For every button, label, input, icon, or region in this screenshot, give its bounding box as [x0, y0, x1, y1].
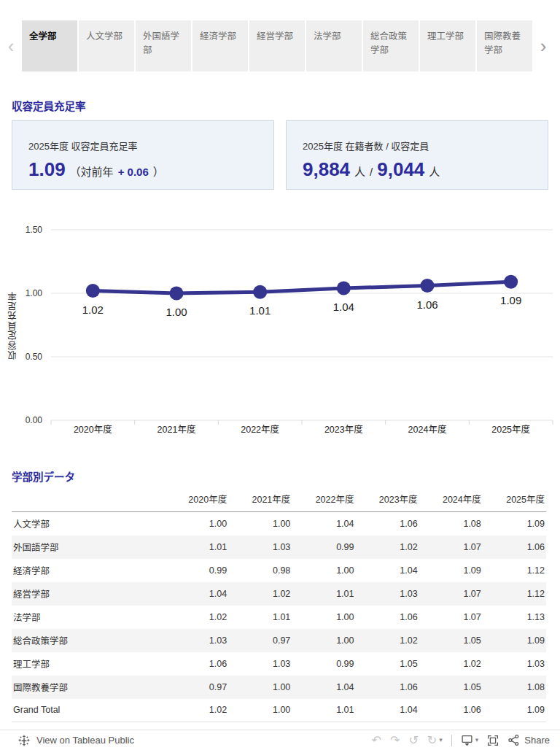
value-cell[interactable]: 1.08: [419, 512, 483, 536]
row-label[interactable]: Grand Total: [12, 699, 165, 722]
value-cell[interactable]: 1.02: [355, 629, 419, 652]
tab-7[interactable]: 理工学部: [420, 20, 475, 71]
view-on-tableau-public-link[interactable]: View on Tableau Public: [18, 734, 134, 747]
value-cell[interactable]: 1.02: [228, 582, 292, 606]
value-cell[interactable]: 0.97: [165, 676, 228, 699]
tableau-toolbar: View on Tableau Public ↶ ↷ ↺ ↻ ▾ ▾: [0, 730, 560, 750]
value-cell[interactable]: 1.04: [355, 699, 419, 722]
value-cell[interactable]: 1.04: [165, 582, 228, 606]
value-cell[interactable]: 1.09: [483, 629, 546, 652]
value-cell[interactable]: 1.00: [228, 512, 292, 536]
value-cell[interactable]: 1.03: [228, 652, 292, 676]
tab-1[interactable]: 人文学部: [79, 20, 134, 71]
value-cell[interactable]: 1.06: [483, 536, 546, 559]
value-cell[interactable]: 1.03: [165, 629, 228, 652]
row-label[interactable]: 総合政策学部: [12, 629, 165, 652]
display-download-glyph: [461, 734, 473, 746]
value-cell[interactable]: 1.03: [483, 652, 546, 676]
value-cell[interactable]: 0.99: [165, 559, 228, 582]
value-cell[interactable]: 1.01: [292, 699, 355, 722]
value-cell[interactable]: 1.01: [228, 606, 292, 629]
value-cell[interactable]: 1.06: [355, 676, 419, 699]
tab-0[interactable]: 全学部: [22, 20, 77, 71]
value-cell[interactable]: 0.99: [292, 536, 355, 559]
value-cell[interactable]: 1.02: [165, 699, 228, 722]
data-point-2020年度[interactable]: [86, 284, 100, 298]
undo-icon[interactable]: ↶: [372, 735, 381, 746]
value-cell[interactable]: 1.05: [419, 676, 483, 699]
value-cell[interactable]: 1.00: [292, 629, 355, 652]
table-header-cell: 2021年度: [228, 487, 292, 512]
table-header-cell: 2020年度: [165, 487, 228, 512]
row-label[interactable]: 国際教養学部: [12, 676, 165, 699]
tabs-scroll-left-icon[interactable]: ‹: [0, 20, 22, 71]
tab-2[interactable]: 外国語学部: [136, 20, 191, 71]
row-label[interactable]: 法学部: [12, 606, 165, 629]
table-row: Grand Total1.021.001.011.041.061.09: [12, 699, 546, 722]
row-label[interactable]: 人文学部: [12, 512, 165, 536]
download-icon[interactable]: ▾: [461, 734, 479, 746]
share-label: Share: [524, 735, 550, 746]
table-row: 経済学部0.990.981.001.041.091.12: [12, 559, 546, 582]
value-cell[interactable]: 1.09: [483, 699, 546, 722]
data-point-2024年度[interactable]: [421, 279, 435, 293]
value-cell[interactable]: 0.97: [228, 629, 292, 652]
value-cell[interactable]: 1.09: [483, 512, 546, 536]
value-cell[interactable]: 1.04: [292, 676, 355, 699]
data-point-label: 1.01: [249, 304, 271, 317]
value-cell[interactable]: 1.03: [355, 582, 419, 606]
row-label[interactable]: 経営学部: [12, 582, 165, 606]
value-cell[interactable]: 1.08: [483, 676, 546, 699]
value-cell[interactable]: 1.02: [165, 606, 228, 629]
value-cell[interactable]: 1.01: [165, 536, 228, 559]
value-cell[interactable]: 0.98: [228, 559, 292, 582]
value-cell[interactable]: 1.00: [228, 676, 292, 699]
redo-icon[interactable]: ↷: [390, 735, 400, 746]
row-label[interactable]: 経済学部: [12, 559, 165, 582]
value-cell[interactable]: 1.04: [355, 559, 419, 582]
tabs-scroll-right-icon[interactable]: ›: [532, 20, 554, 71]
value-cell[interactable]: 1.00: [228, 699, 292, 722]
trend-chart-svg: 0.000.501.001.501.022020年度1.002021年度1.01…: [0, 219, 560, 446]
value-cell[interactable]: 1.01: [292, 582, 355, 606]
value-cell[interactable]: 1.05: [419, 629, 483, 652]
value-cell[interactable]: 1.06: [355, 606, 419, 629]
value-cell[interactable]: 1.00: [292, 559, 355, 582]
value-cell[interactable]: 1.06: [355, 512, 419, 536]
data-point-label: 1.04: [333, 301, 354, 313]
tab-4[interactable]: 経営学部: [249, 20, 305, 71]
value-cell[interactable]: 1.07: [419, 582, 483, 606]
value-cell[interactable]: 1.06: [419, 699, 483, 722]
value-cell[interactable]: 1.06: [165, 652, 228, 676]
replay-icon[interactable]: ↻ ▾: [427, 735, 443, 746]
kpi-card-1: 2025年度 在籍者数 / 収容定員9,884人/9,044人: [286, 120, 548, 190]
value-cell[interactable]: 1.02: [419, 652, 483, 676]
data-point-2025年度[interactable]: [504, 275, 518, 289]
value-cell[interactable]: 1.03: [228, 536, 292, 559]
tab-5[interactable]: 法学部: [306, 20, 362, 71]
value-cell[interactable]: 1.00: [165, 512, 228, 536]
value-cell[interactable]: 1.09: [419, 559, 483, 582]
value-cell[interactable]: 1.07: [419, 536, 483, 559]
value-cell[interactable]: 1.12: [483, 559, 546, 582]
value-cell[interactable]: 1.05: [355, 652, 419, 676]
value-cell[interactable]: 1.07: [419, 606, 483, 629]
reset-icon[interactable]: ↺: [408, 735, 418, 746]
data-point-2023年度[interactable]: [337, 282, 351, 295]
data-point-2022年度[interactable]: [253, 285, 267, 299]
value-cell[interactable]: 1.12: [483, 582, 546, 606]
row-label[interactable]: 理工学部: [12, 652, 165, 676]
value-cell[interactable]: 1.00: [292, 606, 355, 629]
row-label[interactable]: 外国語学部: [12, 536, 165, 559]
data-point-2021年度[interactable]: [170, 287, 184, 301]
kpi-card-label: 2025年度 在籍者数 / 収容定員: [303, 139, 532, 152]
fullscreen-icon[interactable]: [487, 735, 499, 746]
tab-6[interactable]: 総合政策学部: [363, 20, 419, 71]
value-cell[interactable]: 1.02: [355, 536, 419, 559]
tab-3[interactable]: 経済学部: [192, 20, 248, 71]
value-cell[interactable]: 1.13: [483, 606, 546, 629]
value-cell[interactable]: 1.04: [292, 512, 355, 536]
share-button[interactable]: Share: [508, 734, 550, 746]
tab-8[interactable]: 国際教養学部: [477, 20, 532, 71]
value-cell[interactable]: 0.99: [292, 652, 355, 676]
